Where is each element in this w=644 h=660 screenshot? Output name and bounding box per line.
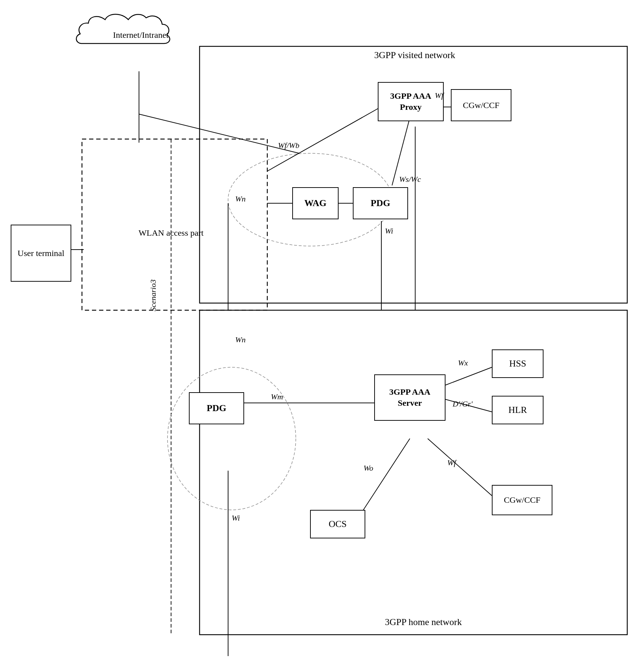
pdg-visited-box: PDG — [353, 187, 408, 219]
ocs-box: OCS — [310, 510, 365, 538]
user-terminal-box: User terminal — [11, 225, 71, 282]
wf-wb-label: Wf/Wb — [278, 141, 299, 150]
diagram: Internet/Intranet 3GPP visited network 3… — [0, 0, 644, 660]
cgw-ccf-visited-box: CGw/CCF — [451, 89, 511, 121]
wi-upper-label: Wi — [385, 226, 393, 236]
svg-point-2 — [168, 367, 296, 510]
pdg-home-box: PDG — [189, 392, 244, 424]
svg-line-15 — [445, 367, 492, 385]
svg-line-20 — [267, 102, 390, 171]
cloud-label: Internet/Intranet — [105, 30, 176, 40]
svg-line-4 — [139, 114, 299, 153]
wn-lower-label: Wn — [235, 335, 246, 344]
wi-lower-label: Wi — [232, 513, 240, 523]
hlr-box: HLR — [492, 396, 543, 424]
wf-visited-label: Wf — [435, 91, 443, 100]
connections-overlay — [0, 0, 644, 660]
wf-home-label: Wf — [447, 458, 456, 467]
wlan-access-region — [82, 139, 267, 310]
visited-network-label: 3GPP visited network — [374, 50, 455, 61]
cgw-ccf-home-box: CGw/CCF — [492, 485, 552, 515]
svg-line-18 — [428, 439, 492, 496]
wo-label: Wo — [364, 464, 373, 473]
wlan-access-label: WLAN access part — [100, 228, 242, 238]
home-network-label: 3GPP home network — [385, 617, 462, 628]
home-network-region — [200, 310, 627, 635]
d-gr-label: D'/Gr' — [453, 399, 473, 409]
ws-wc-label: Ws/Wc — [399, 175, 421, 184]
wx-label: Wx — [458, 358, 468, 368]
svg-line-17 — [356, 439, 410, 521]
scenario3-label: Scenario3 — [149, 280, 158, 311]
aaa-proxy-box: 3GPP AAA Proxy — [378, 82, 444, 121]
wn-upper-label: Wn — [235, 194, 246, 204]
wag-box: WAG — [292, 187, 339, 219]
hss-box: HSS — [492, 349, 543, 378]
wm-label: Wm — [271, 392, 283, 401]
aaa-server-box: 3GPP AAA Server — [374, 374, 445, 421]
